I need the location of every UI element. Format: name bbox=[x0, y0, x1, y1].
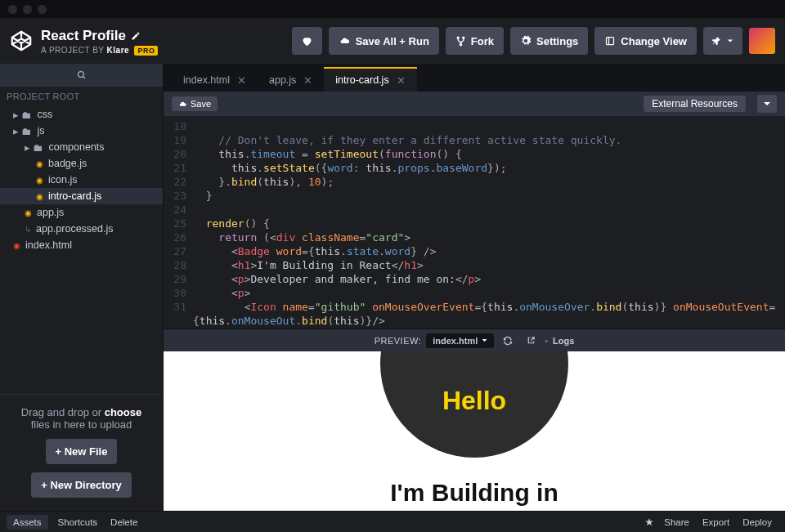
star-icon bbox=[644, 517, 654, 527]
preview-heading: I'm Building in bbox=[390, 479, 558, 507]
popout-icon bbox=[527, 336, 536, 345]
refresh-preview-button[interactable] bbox=[499, 333, 517, 349]
refresh-icon bbox=[503, 336, 513, 346]
code-editor[interactable]: 181920212223242526272829303132 // Don't … bbox=[164, 116, 785, 329]
cloud-icon bbox=[339, 36, 351, 46]
pin-button[interactable] bbox=[703, 27, 742, 55]
preview-label: PREVIEW: bbox=[375, 336, 422, 346]
close-icon[interactable]: ✕ bbox=[397, 74, 406, 87]
avatar[interactable] bbox=[749, 28, 775, 54]
tree-item-index-html[interactable]: ◉ index.html bbox=[0, 237, 163, 253]
file-tree: ▸ 🖿 css▸ 🖿 js▸ 🖿 components◉ badge.js◉ i… bbox=[0, 106, 163, 394]
tree-item-app-processed-js[interactable]: ↳ app.processed.js bbox=[0, 221, 163, 237]
assets-button[interactable]: Assets bbox=[7, 515, 48, 530]
preview-pane: Hello I'm Building in bbox=[164, 351, 785, 511]
traffic-min-icon[interactable] bbox=[23, 5, 32, 14]
settings-button[interactable]: Settings bbox=[510, 27, 588, 55]
project-title[interactable]: React Profile bbox=[41, 28, 158, 44]
tree-item-badge-js[interactable]: ◉ badge.js bbox=[0, 155, 163, 172]
fork-icon bbox=[455, 36, 466, 47]
tree-item-icon-js[interactable]: ◉ icon.js bbox=[0, 172, 163, 188]
close-icon[interactable]: ✕ bbox=[303, 74, 312, 87]
layout-icon bbox=[604, 36, 616, 46]
popout-preview-button[interactable] bbox=[522, 333, 540, 349]
window-titlebar bbox=[0, 0, 785, 18]
cloud-icon bbox=[178, 101, 187, 108]
tree-item-components[interactable]: ▸ 🖿 components bbox=[0, 139, 163, 155]
pro-badge: PRO bbox=[134, 46, 158, 56]
preview-badge-text: Hello bbox=[442, 386, 506, 416]
gear-icon bbox=[520, 35, 532, 47]
resources-expand-button[interactable] bbox=[757, 95, 777, 113]
tab-app-js[interactable]: app.js✕ bbox=[258, 67, 324, 92]
project-root-label: PROJECT ROOT bbox=[0, 87, 163, 106]
tree-item-js[interactable]: ▸ 🖿 js bbox=[0, 123, 163, 139]
footer: Assets Shortcuts Delete Share Export Dep… bbox=[0, 511, 785, 532]
save-button[interactable]: Save bbox=[172, 96, 218, 111]
svg-rect-3 bbox=[607, 38, 614, 45]
codepen-logo-icon bbox=[10, 29, 33, 52]
tab-intro-card-js[interactable]: intro-card.js✕ bbox=[324, 67, 416, 92]
share-button[interactable]: Share bbox=[657, 515, 696, 530]
search-icon bbox=[77, 70, 87, 80]
pin-icon bbox=[712, 36, 722, 46]
new-file-button[interactable]: + New File bbox=[46, 439, 118, 464]
save-all-run-button[interactable]: Save All + Run bbox=[329, 27, 439, 55]
close-icon[interactable]: ✕ bbox=[237, 74, 246, 87]
svg-point-1 bbox=[463, 37, 464, 38]
tree-item-app-js[interactable]: ◉ app.js bbox=[0, 204, 163, 221]
topbar: React Profile A PROJECT BY Klare PRO Sav… bbox=[0, 18, 785, 64]
svg-line-6 bbox=[83, 77, 85, 79]
new-directory-button[interactable]: + New Directory bbox=[31, 472, 132, 498]
sidebar: PROJECT ROOT ▸ 🖿 css▸ 🖿 js▸ 🖿 components… bbox=[0, 64, 164, 511]
svg-point-2 bbox=[460, 43, 461, 45]
tree-item-intro-card-js[interactable]: ◉ intro-card.js bbox=[0, 188, 163, 204]
logs-button[interactable]: Logs bbox=[553, 336, 574, 346]
svg-point-0 bbox=[457, 37, 459, 38]
editor-tabs: index.html✕app.js✕intro-card.js✕ bbox=[164, 64, 785, 92]
drop-area[interactable]: Drag and drop or choose files in here to… bbox=[0, 394, 163, 511]
heart-button[interactable] bbox=[292, 27, 322, 55]
shortcuts-button[interactable]: Shortcuts bbox=[52, 515, 105, 530]
traffic-max-icon[interactable] bbox=[38, 5, 47, 14]
svg-point-5 bbox=[78, 72, 83, 78]
sidebar-search-button[interactable] bbox=[0, 64, 163, 87]
chevron-down-icon bbox=[727, 38, 733, 44]
chevron-down-icon bbox=[763, 100, 771, 108]
tab-index-html[interactable]: index.html✕ bbox=[172, 67, 258, 92]
pencil-icon bbox=[131, 31, 141, 41]
traffic-close-icon[interactable] bbox=[8, 5, 17, 14]
delete-button[interactable]: Delete bbox=[104, 515, 144, 530]
project-subtitle: A PROJECT BY Klare PRO bbox=[41, 46, 158, 55]
preview-file-select[interactable]: index.html bbox=[426, 333, 494, 348]
export-button[interactable]: Export bbox=[696, 515, 736, 530]
editor-toolbar: Save External Resources bbox=[164, 92, 785, 116]
change-view-button[interactable]: Change View bbox=[594, 27, 697, 55]
fork-button[interactable]: Fork bbox=[446, 27, 504, 55]
preview-bar: PREVIEW: index.html • Logs bbox=[164, 329, 785, 351]
deploy-button[interactable]: Deploy bbox=[736, 515, 778, 530]
chevron-down-icon bbox=[482, 338, 487, 343]
external-resources-button[interactable]: External Resources bbox=[644, 96, 746, 112]
tree-item-css[interactable]: ▸ 🖿 css bbox=[0, 106, 163, 123]
heart-icon bbox=[301, 35, 313, 47]
